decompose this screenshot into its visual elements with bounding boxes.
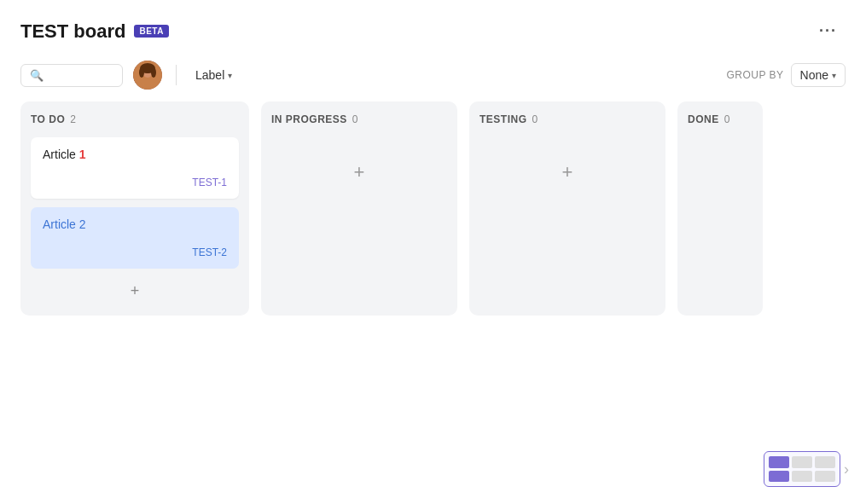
beta-badge: BETA (134, 25, 168, 38)
search-input[interactable] (49, 69, 117, 82)
search-icon: 🔍 (30, 69, 44, 82)
search-box: 🔍 (20, 64, 123, 87)
svg-point-6 (139, 67, 144, 78)
more-icon: ··· (819, 22, 837, 40)
label-filter-button[interactable]: Label ▾ (190, 65, 237, 85)
add-card-testing-button[interactable]: + (555, 154, 580, 190)
chevron-down-icon: ▾ (228, 71, 232, 80)
board-thumbnail[interactable] (764, 451, 840, 487)
column-inprogress: IN PROGRESS 0 + (261, 101, 457, 316)
add-card-inprogress-button[interactable]: + (347, 154, 372, 190)
thumb-col-5 (792, 471, 812, 483)
card-article2-title: Article 2 (43, 217, 227, 231)
group-by-select[interactable]: None ▾ (791, 63, 846, 87)
done-empty-area (688, 137, 753, 305)
column-testing-title: TESTING (479, 113, 527, 125)
column-inprogress-header: IN PROGRESS 0 (271, 113, 447, 129)
column-todo-count: 2 (70, 113, 76, 125)
label-filter-text: Label (195, 68, 224, 82)
inprogress-empty-area: + (271, 137, 447, 305)
column-done: DONE 0 (677, 101, 763, 316)
testing-empty-area: + (479, 137, 655, 305)
toolbar-right: GROUP BY None ▾ (726, 63, 846, 87)
thumb-col-1 (769, 456, 789, 468)
card-article2[interactable]: Article 2 TEST-2 (31, 207, 239, 269)
toolbar-divider (176, 65, 177, 85)
column-testing-header: TESTING 0 (479, 113, 655, 129)
header-left: TEST board BETA (20, 20, 169, 43)
card-article2-id: TEST-2 (43, 246, 227, 258)
column-done-count: 0 (724, 113, 730, 125)
board-area: TO DO 2 Article 1 TEST-1 Article 2 TEST-… (0, 101, 866, 316)
thumb-col-4 (769, 471, 789, 483)
thumb-col-2 (792, 456, 812, 468)
column-todo-header: TO DO 2 (31, 113, 239, 129)
card-article1-id: TEST-1 (43, 177, 227, 188)
more-options-button[interactable]: ··· (811, 17, 846, 45)
avatar-image (133, 61, 162, 90)
thumbnail-expand-icon[interactable]: › (844, 461, 849, 478)
column-done-title: DONE (688, 113, 719, 125)
column-todo: TO DO 2 Article 1 TEST-1 Article 2 TEST-… (20, 101, 249, 316)
svg-point-7 (151, 67, 156, 78)
card-article1[interactable]: Article 1 TEST-1 (31, 137, 239, 199)
avatar[interactable] (133, 61, 162, 90)
column-testing: TESTING 0 + (469, 101, 665, 316)
column-testing-count: 0 (532, 113, 538, 125)
thumbnail-area: › (764, 451, 849, 487)
header: TEST board BETA ··· (0, 0, 866, 54)
add-card-todo-button[interactable]: + (31, 277, 239, 305)
group-by-label: GROUP BY (726, 69, 783, 81)
column-inprogress-count: 0 (352, 113, 358, 125)
card-article1-title: Article 1 (43, 148, 227, 161)
column-inprogress-title: IN PROGRESS (271, 113, 347, 125)
toolbar: 🔍 Label ▾ GROUP BY None ▾ (0, 54, 866, 101)
thumb-col-6 (815, 471, 835, 483)
thumb-col-3 (815, 456, 835, 468)
column-todo-title: TO DO (31, 113, 65, 125)
column-done-header: DONE 0 (688, 113, 753, 129)
board-title: TEST board (20, 20, 125, 43)
group-by-value: None (800, 68, 828, 82)
group-by-chevron-icon: ▾ (832, 71, 836, 80)
